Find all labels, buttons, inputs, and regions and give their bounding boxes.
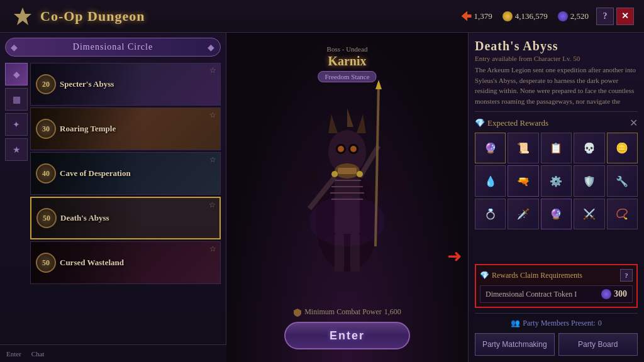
enter-bar: Minimum Combat Power 1,600 Enter bbox=[284, 307, 410, 349]
party-board-button[interactable]: Party Board bbox=[558, 333, 638, 356]
party-matchmaking-button[interactable]: Party Matchmaking bbox=[475, 333, 555, 356]
window-controls: ? ✕ bbox=[596, 8, 634, 25]
item-content: 30 Roaring Temple bbox=[31, 119, 220, 139]
item-content: 20 Specter's Abyss bbox=[31, 74, 220, 94]
min-power: Minimum Combat Power 1,600 bbox=[293, 307, 401, 317]
enter-bottom-button[interactable]: Enter bbox=[6, 350, 21, 358]
reward-item: 🛡️ bbox=[574, 165, 604, 196]
svg-rect-20 bbox=[338, 168, 357, 174]
claim-item-name: Dimensional Contract Token I bbox=[486, 290, 577, 299]
main-content: Dimensional Circle ◆ ▦ ✦ ★ 20 Specter's … bbox=[0, 33, 644, 362]
arrow-icon bbox=[462, 11, 472, 21]
dungeon-name: Specter's Abyss bbox=[60, 79, 114, 89]
dungeon-item[interactable]: 40 Cave of Desperation ☆ bbox=[30, 152, 221, 195]
svg-point-11 bbox=[350, 146, 357, 152]
reward-item: 🪙 bbox=[607, 133, 638, 163]
nav-prison[interactable]: ▦ bbox=[5, 88, 28, 111]
svg-point-25 bbox=[357, 171, 363, 177]
level-badge: 50 bbox=[36, 253, 56, 273]
reward-item: ⚔️ bbox=[574, 199, 604, 229]
nav-diamond[interactable]: ◆ bbox=[5, 63, 28, 85]
reward-item: 📜 bbox=[508, 133, 538, 163]
claim-help-button[interactable]: ? bbox=[620, 269, 633, 282]
boss-stance: Freedom Stance bbox=[318, 71, 376, 82]
section-header: Dimensional Circle bbox=[5, 38, 221, 57]
dungeon-detail-title: Death's Abyss bbox=[475, 39, 638, 53]
reward-item: 💧 bbox=[475, 165, 506, 196]
reward-item: 💍 bbox=[475, 199, 506, 229]
boss-info: Boss - Undead Karnix Freedom Stance bbox=[318, 45, 376, 82]
claim-requirements-box: 💎 Rewards Claim Requirements ? Dimension… bbox=[475, 264, 638, 308]
svg-point-10 bbox=[338, 146, 344, 152]
level-badge: 50 bbox=[36, 208, 57, 228]
nav-icons: ◆ ▦ ✦ ★ bbox=[5, 63, 28, 284]
claim-row: Dimensional Contract Token I 300 bbox=[480, 285, 633, 303]
boss-type: Boss - Undead bbox=[318, 45, 376, 53]
dungeon-subtitle: Entry available from Character Lv. 50 bbox=[475, 55, 638, 62]
gem-small-icon: 💎 bbox=[475, 118, 485, 128]
dungeon-title-box: Death's Abyss Entry available from Chara… bbox=[475, 39, 638, 112]
help-button[interactable]: ? bbox=[596, 8, 614, 25]
reward-item: 🔫 bbox=[508, 165, 538, 196]
token-icon bbox=[601, 289, 611, 299]
title-ornament bbox=[10, 7, 35, 26]
svg-marker-12 bbox=[328, 114, 338, 133]
rewards-section: 💎 Expected Rewards ✕ 🔮 📜 📋 💀 🪙 💧 🔫 ⚙️ 🛡️… bbox=[475, 117, 638, 259]
left-panel: Dimensional Circle ◆ ▦ ✦ ★ 20 Specter's … bbox=[0, 33, 226, 362]
center-panel: Boss - Undead Karnix Freedom Stance bbox=[226, 33, 468, 362]
dungeon-name: Cursed Wasteland bbox=[60, 258, 124, 268]
resource-bar: 1,379 4,136,579 2,520 bbox=[462, 11, 589, 21]
resource-gems: 2,520 bbox=[558, 11, 589, 21]
party-section: 👥 Party Members Present: 0 Party Matchma… bbox=[475, 313, 638, 356]
dungeon-description: The Arkeum Legion sent one expedition af… bbox=[475, 65, 638, 106]
item-content: 50 Cursed Wasteland bbox=[31, 253, 220, 273]
level-badge: 40 bbox=[36, 163, 56, 184]
rewards-info-icon[interactable]: ✕ bbox=[630, 117, 638, 129]
chat-button[interactable]: Chat bbox=[31, 350, 45, 358]
reward-item: ⚙️ bbox=[541, 165, 572, 196]
boss-name: Karnix bbox=[318, 54, 376, 69]
dungeon-item[interactable]: 50 Cursed Wasteland ☆ bbox=[30, 241, 221, 284]
level-badge: 30 bbox=[36, 119, 56, 139]
rewards-label: 💎 Expected Rewards bbox=[475, 118, 548, 128]
dungeon-item-selected[interactable]: 50 Death's Abyss ☆ bbox=[30, 197, 221, 239]
resource-arrows: 1,379 bbox=[462, 11, 492, 21]
party-members-count: 👥 Party Members Present: 0 bbox=[475, 319, 638, 328]
red-arrow-indicator: ➜ bbox=[447, 246, 462, 266]
dungeon-nav: ◆ ▦ ✦ ★ 20 Specter's Abyss ☆ bbox=[5, 63, 221, 284]
reward-item: 🗡️ bbox=[508, 199, 538, 229]
level-badge: 20 bbox=[36, 74, 56, 94]
resource-coins: 4,136,579 bbox=[502, 11, 548, 21]
dungeon-name: Cave of Desperation bbox=[60, 168, 131, 178]
gem-icon-small: 💎 bbox=[480, 271, 489, 280]
reward-item: 📋 bbox=[541, 133, 572, 163]
svg-marker-14 bbox=[357, 114, 366, 133]
shield-icon bbox=[293, 308, 302, 317]
claim-label: 💎 Rewards Claim Requirements bbox=[480, 271, 582, 280]
svg-marker-0 bbox=[14, 8, 31, 25]
reward-item: 📿 bbox=[607, 199, 638, 229]
dungeon-name: Roaring Temple bbox=[60, 124, 116, 134]
nav-plus[interactable]: ✦ bbox=[5, 113, 28, 136]
close-button[interactable]: ✕ bbox=[616, 8, 634, 25]
dungeon-list: 20 Specter's Abyss ☆ 30 Roaring Temple ☆ bbox=[30, 63, 221, 284]
svg-point-23 bbox=[309, 196, 385, 246]
topbar: Co-Op Dungeon 1,379 4,136,579 2,520 ? ✕ bbox=[0, 0, 644, 33]
reward-item: 🔮 bbox=[541, 199, 572, 229]
rewards-header: 💎 Expected Rewards ✕ bbox=[475, 117, 638, 129]
svg-point-24 bbox=[331, 171, 338, 177]
reward-item: 🔧 bbox=[607, 165, 638, 196]
dungeon-item[interactable]: 20 Specter's Abyss ☆ bbox=[30, 63, 221, 106]
boss-svg bbox=[278, 45, 416, 309]
dungeon-item[interactable]: 30 Roaring Temple ☆ bbox=[30, 107, 221, 150]
svg-marker-13 bbox=[347, 108, 353, 127]
nav-star[interactable]: ★ bbox=[5, 138, 28, 161]
page-title: Co-Op Dungeon bbox=[40, 8, 145, 25]
enter-button[interactable]: Enter bbox=[284, 322, 410, 349]
item-content: 50 Death's Abyss bbox=[31, 208, 219, 228]
coin-icon bbox=[502, 11, 513, 21]
item-content: 40 Cave of Desperation bbox=[31, 163, 220, 184]
right-panel: Death's Abyss Entry available from Chara… bbox=[468, 33, 644, 362]
rewards-grid: 🔮 📜 📋 💀 🪙 💧 🔫 ⚙️ 🛡️ 🔧 💍 🗡️ 🔮 ⚔️ 📿 bbox=[475, 133, 638, 229]
gem-icon bbox=[558, 11, 568, 21]
